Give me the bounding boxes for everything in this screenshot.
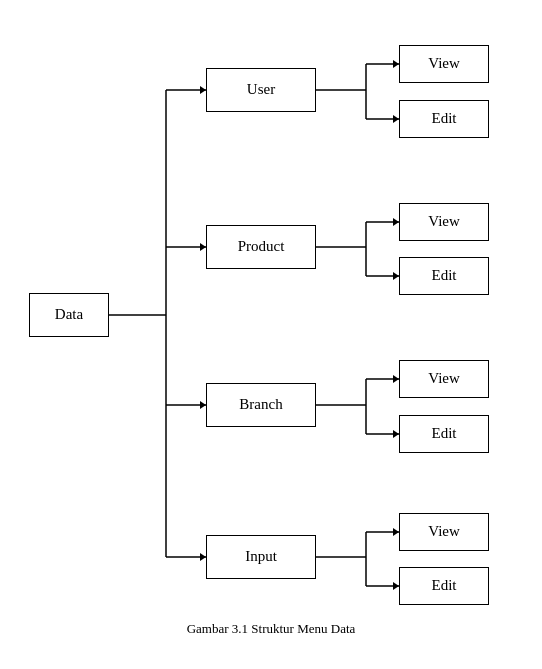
svg-marker-19 bbox=[393, 218, 399, 226]
svg-marker-3 bbox=[200, 86, 206, 94]
diagram-caption: Gambar 3.1 Struktur Menu Data bbox=[187, 621, 356, 637]
svg-marker-5 bbox=[200, 243, 206, 251]
svg-marker-13 bbox=[393, 60, 399, 68]
svg-marker-31 bbox=[393, 528, 399, 536]
svg-marker-21 bbox=[393, 272, 399, 280]
svg-marker-15 bbox=[393, 115, 399, 123]
svg-marker-33 bbox=[393, 582, 399, 590]
svg-marker-7 bbox=[200, 401, 206, 409]
diagram-container: Data User Product Branch Input View Edit… bbox=[11, 25, 531, 645]
diagram-lines bbox=[11, 25, 531, 645]
svg-marker-25 bbox=[393, 375, 399, 383]
svg-marker-9 bbox=[200, 553, 206, 561]
svg-marker-27 bbox=[393, 430, 399, 438]
